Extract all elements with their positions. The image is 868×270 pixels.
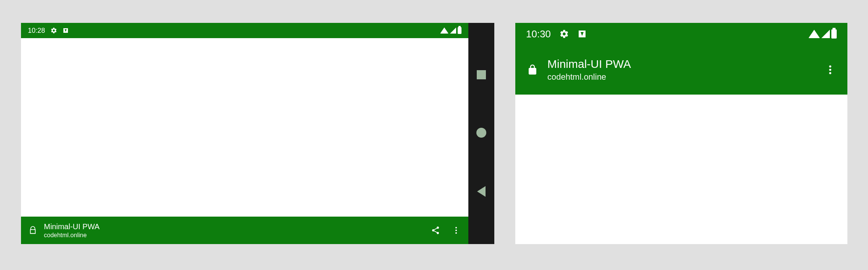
address-info: Minimal-UI PWA codehtml.online (29, 222, 431, 239)
status-right-group (440, 27, 461, 34)
status-right-group (808, 29, 837, 39)
wifi-icon (808, 30, 820, 38)
content-area (515, 95, 847, 244)
app-title: Minimal-UI PWA (44, 222, 100, 231)
title-group: Minimal-UI PWA codehtml.online (547, 58, 631, 82)
status-left-group: 10:28 (28, 27, 69, 35)
app-url: codehtml.online (44, 232, 100, 239)
app-badge-icon (578, 29, 587, 39)
battery-icon (458, 27, 461, 34)
svg-point-3 (829, 66, 831, 68)
title-group: Minimal-UI PWA codehtml.online (44, 222, 100, 239)
more-icon[interactable] (452, 226, 461, 235)
wifi-icon (440, 27, 449, 34)
app-badge-icon (63, 27, 69, 34)
lock-icon (29, 226, 37, 235)
navigation-bar (468, 23, 494, 244)
share-icon[interactable] (431, 226, 440, 235)
signal-icon (821, 30, 830, 38)
signal-icon (450, 27, 456, 34)
svg-point-4 (829, 69, 831, 71)
content-area (21, 38, 468, 217)
app-title: Minimal-UI PWA (547, 58, 631, 71)
status-time: 10:28 (28, 27, 45, 35)
nav-recents-button[interactable] (477, 70, 486, 79)
device-portrait: 10:30 Minimal-UI PWA codehtml.online (515, 23, 847, 244)
status-left-group: 10:30 (526, 28, 587, 40)
lock-icon (527, 64, 538, 76)
nav-back-button[interactable] (477, 186, 486, 197)
svg-point-2 (455, 232, 457, 234)
gear-icon (559, 29, 569, 39)
address-info: Minimal-UI PWA codehtml.online (527, 58, 824, 82)
app-url: codehtml.online (547, 72, 631, 82)
svg-point-1 (455, 230, 457, 231)
status-time: 10:30 (526, 28, 551, 40)
status-bar: 10:30 (515, 23, 847, 45)
address-bar: Minimal-UI PWA codehtml.online (21, 217, 468, 244)
device-landscape: 10:28 Minimal-UI PWA (21, 23, 494, 244)
svg-point-0 (455, 227, 457, 228)
svg-point-5 (829, 72, 831, 74)
battery-icon (831, 29, 837, 39)
nav-home-button[interactable] (476, 128, 486, 138)
more-icon[interactable] (824, 64, 836, 76)
device-landscape-main: 10:28 Minimal-UI PWA (21, 23, 468, 244)
address-bar: Minimal-UI PWA codehtml.online (515, 45, 847, 95)
bottom-bar-actions (431, 226, 461, 235)
gear-icon (50, 27, 57, 34)
status-bar: 10:28 (21, 23, 468, 38)
